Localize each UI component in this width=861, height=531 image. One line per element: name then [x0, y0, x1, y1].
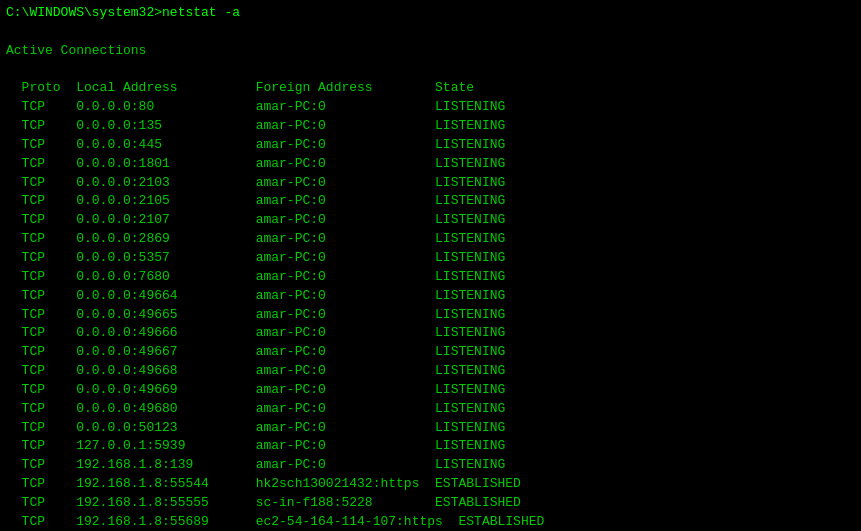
table-row: TCP 0.0.0.0:49665 amar-PC:0 LISTENING — [6, 306, 855, 325]
table-row: TCP 0.0.0.0:2105 amar-PC:0 LISTENING — [6, 192, 855, 211]
table-row: TCP 0.0.0.0:7680 amar-PC:0 LISTENING — [6, 268, 855, 287]
table-row: TCP 0.0.0.0:49668 amar-PC:0 LISTENING — [6, 362, 855, 381]
table-row: TCP 0.0.0.0:50123 amar-PC:0 LISTENING — [6, 419, 855, 438]
table-row: TCP 0.0.0.0:49680 amar-PC:0 LISTENING — [6, 400, 855, 419]
blank-1 — [6, 23, 855, 42]
table-row: TCP 127.0.0.1:5939 amar-PC:0 LISTENING — [6, 437, 855, 456]
active-connections-header: Active Connections — [6, 42, 855, 61]
table-row: TCP 0.0.0.0:49667 amar-PC:0 LISTENING — [6, 343, 855, 362]
table-row: TCP 192.168.1.8:55555 sc-in-f188:5228 ES… — [6, 494, 855, 513]
table-row: TCP 0.0.0.0:80 amar-PC:0 LISTENING — [6, 98, 855, 117]
blank-2 — [6, 61, 855, 80]
column-header: Proto Local Address Foreign Address Stat… — [6, 79, 855, 98]
command-prompt: C:\WINDOWS\system32>netstat -a — [6, 4, 855, 23]
table-row: TCP 0.0.0.0:5357 amar-PC:0 LISTENING — [6, 249, 855, 268]
table-row: TCP 192.168.1.8:55544 hk2sch130021432:ht… — [6, 475, 855, 494]
table-row: TCP 192.168.1.8:139 amar-PC:0 LISTENING — [6, 456, 855, 475]
table-row: TCP 0.0.0.0:49666 amar-PC:0 LISTENING — [6, 324, 855, 343]
table-row: TCP 0.0.0.0:445 amar-PC:0 LISTENING — [6, 136, 855, 155]
table-row: TCP 0.0.0.0:2103 amar-PC:0 LISTENING — [6, 174, 855, 193]
connections-list: TCP 0.0.0.0:80 amar-PC:0 LISTENING TCP 0… — [6, 98, 855, 531]
table-row: TCP 192.168.1.8:55689 ec2-54-164-114-107… — [6, 513, 855, 531]
terminal-window: C:\WINDOWS\system32>netstat -a Active Co… — [6, 4, 855, 531]
table-row: TCP 0.0.0.0:49664 amar-PC:0 LISTENING — [6, 287, 855, 306]
table-row: TCP 0.0.0.0:2107 amar-PC:0 LISTENING — [6, 211, 855, 230]
table-row: TCP 0.0.0.0:49669 amar-PC:0 LISTENING — [6, 381, 855, 400]
table-row: TCP 0.0.0.0:2869 amar-PC:0 LISTENING — [6, 230, 855, 249]
table-row: TCP 0.0.0.0:135 amar-PC:0 LISTENING — [6, 117, 855, 136]
table-row: TCP 0.0.0.0:1801 amar-PC:0 LISTENING — [6, 155, 855, 174]
